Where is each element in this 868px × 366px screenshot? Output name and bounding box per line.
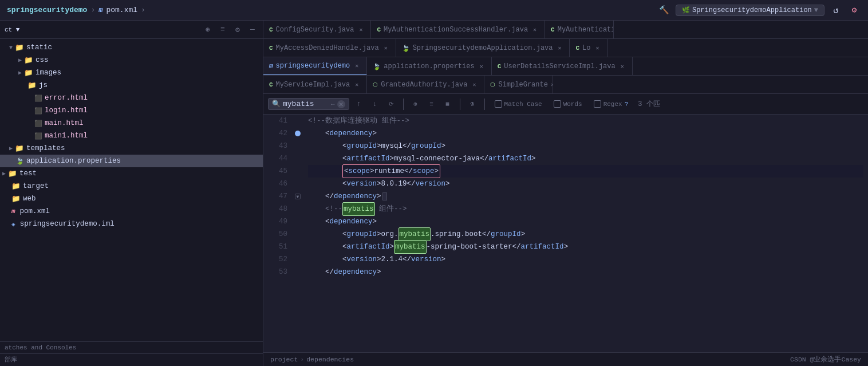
code-line-41: <!--数据库连接驱动 组件--> [308,115,863,127]
tab-my-service-impl[interactable]: C MyServiceImpl.java ✕ [263,76,367,94]
tab-application-props[interactable]: 🍃 application.properties ✕ [367,57,491,76]
search-extra-btn[interactable]: ≣ [441,98,454,111]
expand-arrow: ▶ [2,170,6,177]
code-line-51: <artifactId>mybatis-spring-boot-starter<… [308,241,863,253]
search-input-wrapper[interactable]: 🔍 ← ✕ [268,98,349,110]
tab-config-security[interactable]: C ConfigSecurity.java ✕ [263,21,371,39]
search-down-button[interactable]: ↓ [369,98,381,111]
tab-close-button[interactable]: ✕ [470,81,478,89]
code-span: artifactId [521,241,564,253]
search-separator2 [460,99,460,110]
sidebar-item-images[interactable]: ▶ 📁 images [0,66,263,79]
code-span: </ [403,140,411,152]
gutter-47[interactable]: ▼ [292,190,303,203]
run-config-selector[interactable]: 🌿 SpringsecuritydemoApplication ▼ [676,5,824,16]
gear-icon[interactable]: ⚙ [232,24,243,36]
maven-icon: m [98,6,102,14]
line-num-50: 50 [266,228,287,241]
code-span: mysql-connector-java [394,152,480,165]
settings-icon[interactable]: ⚙ [847,3,861,17]
sidebar-footer-scratches[interactable]: atches and Consoles [0,341,263,353]
gutter-fold-47[interactable]: ▼ [295,194,301,199]
sidebar-title: ct ▼ [5,26,19,33]
tab-springsecurity-app[interactable]: 🍃 SpringsecuritydemoApplication.java ✕ [396,39,570,57]
sidebar-item-error-html[interactable]: ⬛ error.html [0,92,263,104]
sidebar-item-application-properties[interactable]: 🍃 application.properties [0,155,263,167]
line-num-46: 46 [266,178,287,190]
tab-close-button[interactable]: ✕ [531,26,539,34]
tab-granted-authority[interactable]: ⬡ GrantedAuthority.java ✕ [367,76,484,94]
tab-close-button[interactable]: ✕ [353,81,361,89]
sidebar-item-test[interactable]: ▶ 📁 test [0,167,263,180]
regex-checkbox[interactable] [594,100,601,108]
tab-my-access-denied[interactable]: C MyAccessDeniedHandle.java ✕ [263,39,396,57]
pom-file-breadcrumb[interactable]: pom.xml [106,6,137,14]
status-project-label: project [270,356,298,363]
match-case-checkbox[interactable] [495,100,502,108]
search-lines-btn[interactable]: ≡ [425,98,438,111]
search-refresh-button[interactable]: ⟳ [385,98,397,111]
add-icon[interactable]: ⊕ [202,24,214,36]
code-span [308,165,342,178]
tab-close-button[interactable]: ✕ [478,62,486,70]
words-checkbox[interactable] [554,100,561,108]
tab-springsecuritydemo[interactable]: m springsecuritydemo ✕ [263,57,367,76]
tab-lo[interactable]: C Lo ✕ [570,39,607,57]
sidebar-item-templates[interactable]: ▶ 📁 templates [0,142,263,155]
sidebar-item-main1-html[interactable]: ⬛ main1.html [0,129,263,142]
tab-close-button[interactable]: ✕ [357,26,365,34]
tab-icon: C [551,26,555,33]
tab-my-auth-success[interactable]: C MyAuthenticationSuccessHandler.java ✕ [371,21,545,39]
code-content[interactable]: <!--数据库连接驱动 组件--> <dependency> <groupId>… [303,115,868,352]
tab-icon: C [498,63,502,70]
sidebar-item-main-html[interactable]: ⬛ main.html [0,117,263,129]
sidebar-item-css[interactable]: ▶ 📁 css [0,54,263,66]
search-input[interactable] [283,100,329,108]
code-span: version [416,178,446,190]
search-add-btn[interactable]: ⊕ [409,98,422,111]
filter-icon[interactable]: ≡ [217,24,228,36]
tab-close-button[interactable]: ✕ [594,44,602,52]
words-option[interactable]: Words [550,99,586,109]
sidebar-item-target[interactable]: 📁 target [0,180,263,192]
tab-close-button[interactable]: ✕ [551,81,554,89]
search-filter-btn[interactable]: ⚗ [466,98,479,111]
sidebar-item-web[interactable]: 📁 web [0,192,263,205]
line-num-45: 45 [266,165,287,178]
tab-my-auth-extra[interactable]: C MyAuthentication ✕ [545,21,614,39]
minimize-icon[interactable]: — [247,24,258,36]
refresh-icon[interactable]: ↺ [829,3,843,17]
search-match-50: mybatis [399,227,431,241]
search-result-count: 3 个匹 [638,99,660,109]
sidebar-item-pom-xml[interactable]: m pom.xml [0,205,263,218]
tab-user-details-impl[interactable]: C UserDetailsServiceImpl.java ✕ [492,57,633,76]
code-span: <!--数据库连接驱动 组件--> [308,115,409,127]
tab-close-button[interactable]: ✕ [382,44,390,52]
gutter-42[interactable] [292,127,303,140]
regex-option[interactable]: Regex ? [590,99,633,109]
tab-close-button[interactable]: ✕ [353,62,361,70]
sidebar-item-static[interactable]: ▼ 📁 static [0,41,263,54]
tab-close-button[interactable]: ✕ [618,62,626,70]
sidebar-footer-libraries[interactable]: 部库 [0,353,263,366]
tab-icon: ⬡ [490,81,495,88]
sidebar-item-label: target [23,182,49,190]
code-span: runtime [374,167,405,175]
search-prev-icon[interactable]: ← [331,101,335,108]
gutter-marker-42[interactable] [295,131,301,136]
project-breadcrumb[interactable]: springsecuritydemo [7,6,87,14]
line-num-52: 52 [266,253,287,266]
search-up-button[interactable]: ↑ [353,98,365,111]
html-file-icon: ⬛ [34,120,42,127]
match-case-option[interactable]: Match Case [491,99,546,109]
sidebar-item-iml[interactable]: ◈ springsecuritydemo.iml [0,218,263,230]
regex-help[interactable]: ? [625,101,629,108]
tab-close-button[interactable]: ✕ [555,44,563,52]
code-span: </ [403,253,411,266]
tab-simple-granted[interactable]: ⬡ SimpleGrante ✕ [484,76,553,94]
search-clear-icon[interactable]: ✕ [337,100,345,108]
gutter-45 [292,165,303,178]
sidebar-item-js[interactable]: 📁 js [0,79,263,92]
sidebar-item-login-html[interactable]: ⬛ login.html [0,104,263,117]
hammer-icon[interactable]: 🔨 [657,3,671,17]
